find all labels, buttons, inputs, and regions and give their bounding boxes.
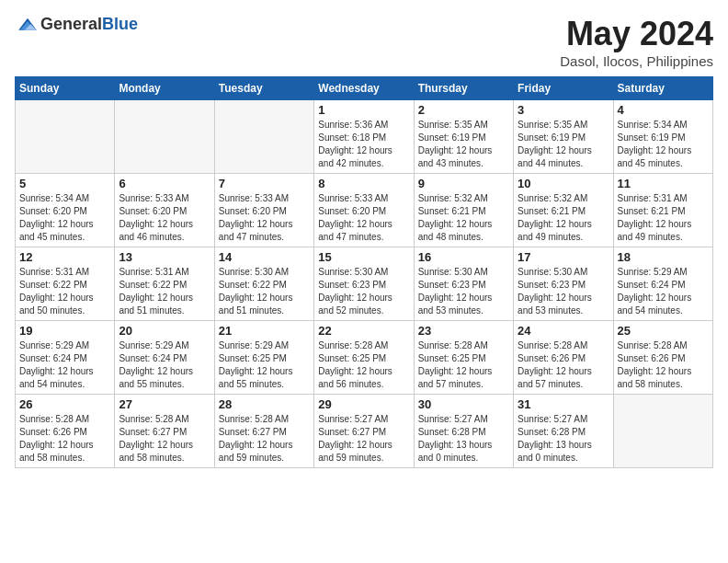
day-number: 7 — [219, 177, 310, 190]
week-row-5: 26Sunrise: 5:28 AM Sunset: 6:26 PM Dayli… — [16, 395, 713, 468]
day-cell-22: 22Sunrise: 5:28 AM Sunset: 6:25 PM Dayli… — [314, 321, 414, 395]
day-number: 14 — [219, 250, 310, 264]
day-cell-7: 7Sunrise: 5:33 AM Sunset: 6:20 PM Daylig… — [214, 174, 313, 247]
day-number: 11 — [618, 177, 709, 190]
day-info: Sunrise: 5:28 AM Sunset: 6:25 PM Dayligh… — [418, 339, 509, 391]
weekday-header-sunday: Sunday — [16, 77, 115, 100]
day-cell-27: 27Sunrise: 5:28 AM Sunset: 6:27 PM Dayli… — [115, 395, 214, 468]
day-number: 8 — [318, 177, 409, 190]
day-number: 27 — [119, 397, 210, 411]
day-number: 16 — [418, 250, 509, 264]
day-info: Sunrise: 5:35 AM Sunset: 6:19 PM Dayligh… — [518, 119, 609, 170]
logo-blue: Blue — [102, 15, 138, 34]
day-number: 24 — [518, 324, 609, 338]
day-number: 21 — [219, 324, 310, 338]
day-number: 13 — [119, 250, 210, 264]
empty-cell — [613, 395, 712, 468]
day-cell-1: 1Sunrise: 5:36 AM Sunset: 6:18 PM Daylig… — [314, 100, 414, 174]
day-info: Sunrise: 5:34 AM Sunset: 6:20 PM Dayligh… — [19, 192, 110, 244]
day-info: Sunrise: 5:31 AM Sunset: 6:21 PM Dayligh… — [618, 192, 709, 244]
day-info: Sunrise: 5:29 AM Sunset: 6:24 PM Dayligh… — [19, 339, 110, 391]
day-number: 19 — [19, 324, 110, 338]
day-cell-4: 4Sunrise: 5:34 AM Sunset: 6:19 PM Daylig… — [613, 100, 712, 174]
day-cell-13: 13Sunrise: 5:31 AM Sunset: 6:22 PM Dayli… — [115, 247, 214, 321]
day-number: 17 — [518, 250, 609, 264]
day-info: Sunrise: 5:28 AM Sunset: 6:27 PM Dayligh… — [119, 413, 210, 465]
day-info: Sunrise: 5:27 AM Sunset: 6:28 PM Dayligh… — [518, 413, 609, 465]
day-number: 26 — [19, 397, 110, 411]
day-info: Sunrise: 5:33 AM Sunset: 6:20 PM Dayligh… — [318, 192, 409, 244]
day-info: Sunrise: 5:35 AM Sunset: 6:19 PM Dayligh… — [418, 119, 509, 170]
empty-cell — [214, 100, 313, 174]
logo-icon — [17, 17, 39, 33]
weekday-header-saturday: Saturday — [613, 77, 712, 100]
day-cell-14: 14Sunrise: 5:30 AM Sunset: 6:22 PM Dayli… — [214, 247, 313, 321]
day-cell-24: 24Sunrise: 5:28 AM Sunset: 6:26 PM Dayli… — [514, 321, 613, 395]
day-number: 4 — [618, 103, 709, 117]
day-cell-23: 23Sunrise: 5:28 AM Sunset: 6:25 PM Dayli… — [414, 321, 513, 395]
day-number: 5 — [19, 177, 110, 190]
day-cell-28: 28Sunrise: 5:28 AM Sunset: 6:27 PM Dayli… — [214, 395, 313, 468]
day-number: 18 — [618, 250, 709, 264]
day-cell-26: 26Sunrise: 5:28 AM Sunset: 6:26 PM Dayli… — [16, 395, 115, 468]
day-cell-8: 8Sunrise: 5:33 AM Sunset: 6:20 PM Daylig… — [314, 174, 414, 247]
day-info: Sunrise: 5:30 AM Sunset: 6:22 PM Dayligh… — [219, 266, 310, 317]
title-block: May 2024 Dasol, Ilocos, Philippines — [560, 15, 713, 69]
day-info: Sunrise: 5:32 AM Sunset: 6:21 PM Dayligh… — [518, 192, 609, 244]
day-number: 25 — [618, 324, 709, 338]
page-header: GeneralBlue May 2024 Dasol, Ilocos, Phil… — [15, 15, 713, 69]
day-number: 6 — [119, 177, 210, 190]
day-info: Sunrise: 5:28 AM Sunset: 6:26 PM Dayligh… — [618, 339, 709, 391]
day-info: Sunrise: 5:34 AM Sunset: 6:19 PM Dayligh… — [618, 119, 709, 170]
day-number: 29 — [318, 397, 409, 411]
weekday-header-monday: Monday — [115, 77, 214, 100]
weekday-header-tuesday: Tuesday — [214, 77, 313, 100]
logo-general: General — [40, 15, 102, 34]
day-number: 9 — [418, 177, 509, 190]
day-number: 22 — [318, 324, 409, 338]
day-cell-16: 16Sunrise: 5:30 AM Sunset: 6:23 PM Dayli… — [414, 247, 513, 321]
day-info: Sunrise: 5:30 AM Sunset: 6:23 PM Dayligh… — [518, 266, 609, 317]
day-info: Sunrise: 5:31 AM Sunset: 6:22 PM Dayligh… — [119, 266, 210, 317]
day-cell-25: 25Sunrise: 5:28 AM Sunset: 6:26 PM Dayli… — [613, 321, 712, 395]
day-info: Sunrise: 5:33 AM Sunset: 6:20 PM Dayligh… — [219, 192, 310, 244]
week-row-4: 19Sunrise: 5:29 AM Sunset: 6:24 PM Dayli… — [16, 321, 713, 395]
day-info: Sunrise: 5:27 AM Sunset: 6:28 PM Dayligh… — [418, 413, 509, 465]
day-info: Sunrise: 5:29 AM Sunset: 6:24 PM Dayligh… — [618, 266, 709, 317]
day-number: 10 — [518, 177, 609, 190]
day-number: 30 — [418, 397, 509, 411]
day-info: Sunrise: 5:30 AM Sunset: 6:23 PM Dayligh… — [318, 266, 409, 317]
day-cell-3: 3Sunrise: 5:35 AM Sunset: 6:19 PM Daylig… — [514, 100, 613, 174]
week-row-3: 12Sunrise: 5:31 AM Sunset: 6:22 PM Dayli… — [16, 247, 713, 321]
day-cell-5: 5Sunrise: 5:34 AM Sunset: 6:20 PM Daylig… — [16, 174, 115, 247]
day-cell-21: 21Sunrise: 5:29 AM Sunset: 6:25 PM Dayli… — [214, 321, 313, 395]
day-cell-17: 17Sunrise: 5:30 AM Sunset: 6:23 PM Dayli… — [514, 247, 613, 321]
day-cell-18: 18Sunrise: 5:29 AM Sunset: 6:24 PM Dayli… — [613, 247, 712, 321]
day-number: 15 — [318, 250, 409, 264]
week-row-1: 1Sunrise: 5:36 AM Sunset: 6:18 PM Daylig… — [16, 100, 713, 174]
day-cell-10: 10Sunrise: 5:32 AM Sunset: 6:21 PM Dayli… — [514, 174, 613, 247]
day-cell-11: 11Sunrise: 5:31 AM Sunset: 6:21 PM Dayli… — [613, 174, 712, 247]
day-number: 31 — [518, 397, 609, 411]
weekday-header-friday: Friday — [514, 77, 613, 100]
day-info: Sunrise: 5:29 AM Sunset: 6:25 PM Dayligh… — [219, 339, 310, 391]
day-cell-29: 29Sunrise: 5:27 AM Sunset: 6:27 PM Dayli… — [314, 395, 414, 468]
day-number: 1 — [318, 103, 409, 117]
weekday-header-thursday: Thursday — [414, 77, 513, 100]
day-cell-2: 2Sunrise: 5:35 AM Sunset: 6:19 PM Daylig… — [414, 100, 513, 174]
day-info: Sunrise: 5:31 AM Sunset: 6:22 PM Dayligh… — [19, 266, 110, 317]
day-cell-15: 15Sunrise: 5:30 AM Sunset: 6:23 PM Dayli… — [314, 247, 414, 321]
day-cell-31: 31Sunrise: 5:27 AM Sunset: 6:28 PM Dayli… — [514, 395, 613, 468]
day-info: Sunrise: 5:28 AM Sunset: 6:26 PM Dayligh… — [518, 339, 609, 391]
day-number: 12 — [19, 250, 110, 264]
day-cell-12: 12Sunrise: 5:31 AM Sunset: 6:22 PM Dayli… — [16, 247, 115, 321]
day-number: 28 — [219, 397, 310, 411]
day-number: 2 — [418, 103, 509, 117]
empty-cell — [115, 100, 214, 174]
empty-cell — [16, 100, 115, 174]
calendar-table: SundayMondayTuesdayWednesdayThursdayFrid… — [15, 76, 713, 468]
day-info: Sunrise: 5:28 AM Sunset: 6:27 PM Dayligh… — [219, 413, 310, 465]
logo: GeneralBlue — [15, 15, 138, 34]
day-number: 3 — [518, 103, 609, 117]
day-number: 23 — [418, 324, 509, 338]
